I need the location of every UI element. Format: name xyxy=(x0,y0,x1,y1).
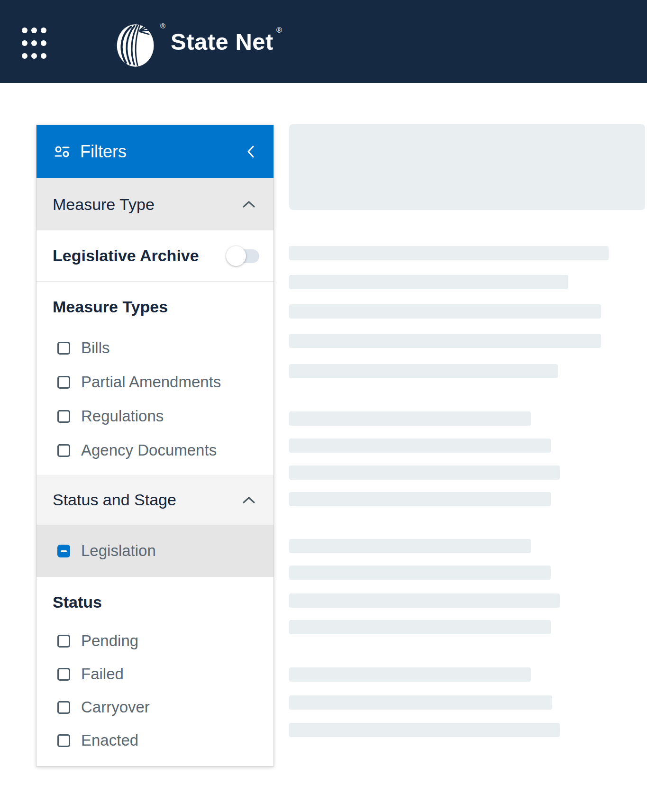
filters-title: Filters xyxy=(80,142,127,162)
status-section: Status Pending Failed Carryover Enacted xyxy=(36,577,273,765)
checkbox-icon[interactable] xyxy=(57,444,70,457)
toggle-knob xyxy=(226,246,246,266)
checkbox-icon[interactable] xyxy=(57,701,70,714)
section-header-status-and-stage[interactable]: Status and Stage xyxy=(36,475,273,525)
skeleton-bar xyxy=(289,438,551,453)
checkbox-label: Agency Documents xyxy=(81,441,217,459)
checkbox-row-bills[interactable]: Bills xyxy=(53,331,257,365)
checkbox-row-agency-documents[interactable]: Agency Documents xyxy=(53,433,257,467)
skeleton-bar xyxy=(289,304,601,319)
brand-registered-mark: ® xyxy=(276,26,282,35)
skeleton-bar xyxy=(289,364,558,378)
checkbox-row-carryover[interactable]: Carryover xyxy=(53,691,257,724)
checkbox-row-partial-amendments[interactable]: Partial Amendments xyxy=(53,365,257,399)
checkbox-label: Bills xyxy=(81,339,110,357)
skeleton-bar xyxy=(289,695,552,710)
skeleton-bar xyxy=(289,593,560,608)
brand: State Net ® xyxy=(171,0,282,83)
checkbox-icon[interactable] xyxy=(57,668,70,681)
checkbox-icon[interactable] xyxy=(57,635,70,648)
checkbox-label: Pending xyxy=(81,632,138,650)
checkbox-label: Failed xyxy=(81,665,124,683)
measure-types-heading: Measure Types xyxy=(53,296,257,318)
skeleton-hero-block xyxy=(289,124,645,210)
content-skeleton xyxy=(289,0,647,812)
indeterminate-checkbox-icon[interactable] xyxy=(57,545,70,557)
filters-panel: Filters Measure Type Legislative Archive… xyxy=(36,125,274,766)
chevron-up-icon xyxy=(242,201,255,208)
measure-types-section: Measure Types Bills Partial Amendments R… xyxy=(36,282,273,475)
section-header-label: Status and Stage xyxy=(53,491,176,509)
filters-header[interactable]: Filters xyxy=(36,125,273,178)
section-header-label: Measure Type xyxy=(53,195,155,214)
skeleton-bar xyxy=(289,411,531,426)
collapse-panel-button[interactable] xyxy=(247,145,255,158)
logo-registered-mark: ® xyxy=(160,22,165,30)
app-launcher-icon[interactable] xyxy=(22,27,46,59)
skeleton-bar xyxy=(289,275,568,289)
checkbox-icon[interactable] xyxy=(57,342,70,355)
section-header-measure-type[interactable]: Measure Type xyxy=(36,178,273,230)
checkbox-row-enacted[interactable]: Enacted xyxy=(53,724,257,757)
chevron-left-icon xyxy=(247,145,255,158)
legislative-archive-row: Legislative Archive xyxy=(36,230,273,282)
skeleton-bar xyxy=(289,620,551,634)
legislative-archive-toggle[interactable] xyxy=(227,246,259,266)
skeleton-bar xyxy=(289,246,609,260)
skeleton-bar xyxy=(289,492,551,506)
skeleton-bar xyxy=(289,539,531,553)
lexisnexis-globe-icon xyxy=(114,22,159,69)
checkbox-row-failed[interactable]: Failed xyxy=(53,657,257,691)
checkbox-row-legislation[interactable]: Legislation xyxy=(36,525,273,577)
checkbox-label: Legislation xyxy=(81,542,156,560)
checkbox-icon[interactable] xyxy=(57,410,70,423)
checkbox-label: Regulations xyxy=(81,407,164,425)
skeleton-bar xyxy=(289,566,551,580)
filter-sliders-icon xyxy=(54,143,71,160)
checkbox-label: Carryover xyxy=(81,698,150,716)
legislative-archive-label: Legislative Archive xyxy=(53,246,199,265)
checkbox-icon[interactable] xyxy=(57,376,70,389)
skeleton-bar xyxy=(289,465,560,480)
skeleton-bar xyxy=(289,334,601,348)
checkbox-icon[interactable] xyxy=(57,734,70,747)
checkbox-label: Enacted xyxy=(81,731,138,749)
skeleton-bar xyxy=(289,667,531,682)
chevron-up-icon xyxy=(242,496,255,504)
checkbox-row-regulations[interactable]: Regulations xyxy=(53,399,257,433)
brand-name: State Net xyxy=(171,28,273,55)
skeleton-bar xyxy=(289,723,560,737)
checkbox-label: Partial Amendments xyxy=(81,373,221,391)
checkbox-row-pending[interactable]: Pending xyxy=(53,624,257,657)
status-heading: Status xyxy=(53,591,257,613)
